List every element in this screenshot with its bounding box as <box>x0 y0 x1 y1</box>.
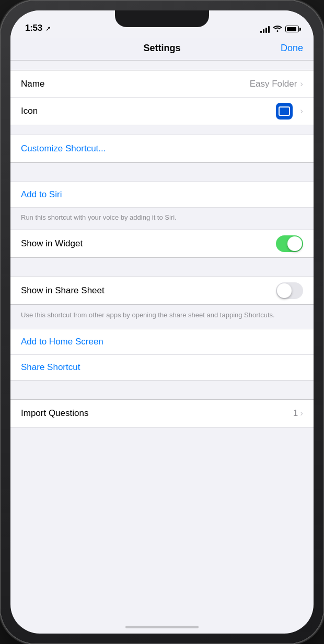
share-sheet-description: Use this shortcut from other apps by ope… <box>10 305 314 329</box>
nav-title: Settings <box>143 43 180 54</box>
home-share-section: Add to Home Screen Share Shortcut <box>10 329 314 380</box>
widget-toggle-knob <box>287 236 302 251</box>
name-value: Easy Folder <box>250 79 297 89</box>
icon-row[interactable]: Icon › <box>10 98 314 125</box>
gap-after-icon <box>10 125 314 135</box>
widget-toggle[interactable] <box>276 235 303 252</box>
import-chevron-icon: › <box>300 408 303 419</box>
siri-section: Add to Siri <box>10 182 314 208</box>
add-to-siri-button[interactable]: Add to Siri <box>10 182 314 208</box>
siri-description: Run this shortcut with your voice by add… <box>10 208 314 230</box>
signal-icon <box>260 26 270 33</box>
icon-preview <box>276 103 293 120</box>
import-section: Import Questions 1 › <box>10 399 314 427</box>
share-sheet-row: Show in Share Sheet <box>10 277 314 304</box>
widget-row: Show in Widget <box>10 230 314 257</box>
nav-bar: Settings Done <box>10 38 314 61</box>
import-questions-row[interactable]: Import Questions 1 › <box>10 400 314 427</box>
share-sheet-toggle-knob <box>277 283 292 298</box>
name-icon-section: Name Easy Folder › Icon › <box>10 70 314 125</box>
home-indicator <box>125 626 199 628</box>
customize-link: Customize Shortcut... <box>21 144 106 154</box>
phone-frame: 1:53 ➚ Setti <box>0 0 324 644</box>
gap-after-customize <box>10 163 314 182</box>
customize-section: Customize Shortcut... <box>10 135 314 163</box>
widget-label: Show in Widget <box>21 238 276 249</box>
icon-shape <box>279 106 290 116</box>
widget-section: Show in Widget <box>10 230 314 258</box>
customize-row[interactable]: Customize Shortcut... <box>10 135 314 162</box>
phone-screen: 1:53 ➚ Setti <box>10 10 314 634</box>
share-sheet-section: Show in Share Sheet <box>10 277 314 305</box>
gap-after-share <box>10 380 314 399</box>
status-icons <box>260 25 299 33</box>
name-row[interactable]: Name Easy Folder › <box>10 70 314 98</box>
icon-label: Icon <box>21 106 276 116</box>
status-time: 1:53 <box>25 23 42 33</box>
gap-bottom <box>10 427 314 446</box>
share-shortcut-button[interactable]: Share Shortcut <box>10 355 314 380</box>
location-arrow-icon: ➚ <box>45 25 51 32</box>
add-to-home-screen-button[interactable]: Add to Home Screen <box>10 329 314 355</box>
battery-icon <box>285 26 299 32</box>
gap-top <box>10 61 314 70</box>
share-sheet-toggle[interactable] <box>276 282 303 299</box>
import-questions-label: Import Questions <box>21 408 293 419</box>
name-label: Name <box>21 79 250 89</box>
import-questions-value: 1 <box>293 408 298 419</box>
done-button[interactable]: Done <box>281 43 303 54</box>
share-sheet-label: Show in Share Sheet <box>21 285 276 296</box>
gap-after-widget <box>10 258 314 277</box>
icon-chevron-icon: › <box>300 106 303 116</box>
notch <box>115 10 209 27</box>
name-chevron-icon: › <box>300 79 303 89</box>
settings-content: Name Easy Folder › Icon › Customize Shor… <box>10 61 314 627</box>
wifi-icon <box>273 25 282 33</box>
